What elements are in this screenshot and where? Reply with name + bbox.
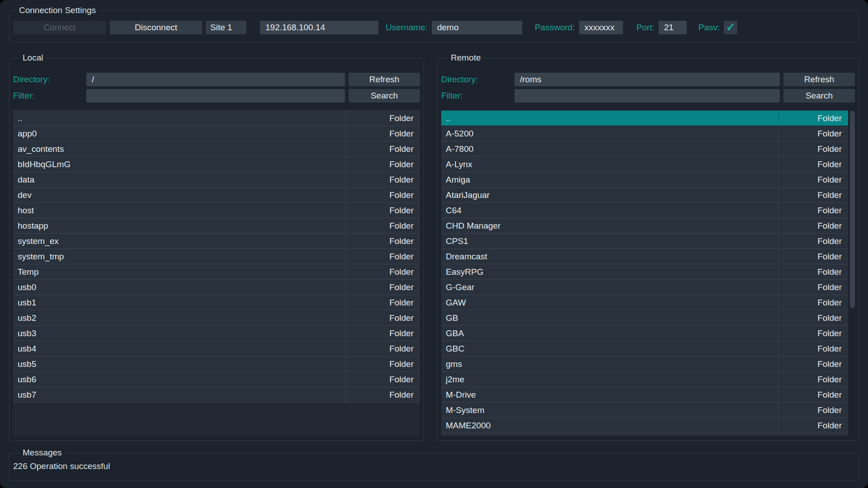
local-file-row[interactable]: app0 Folder — [13, 126, 420, 141]
local-directory-input[interactable]: / — [86, 73, 345, 86]
file-type: Folder — [346, 264, 420, 279]
file-name: dev — [13, 188, 346, 202]
remote-file-row[interactable]: CPS1 Folder — [441, 234, 848, 249]
file-type: Folder — [778, 234, 848, 249]
remote-file-row[interactable]: M-System Folder — [441, 403, 848, 418]
local-file-row[interactable]: av_contents Folder — [13, 141, 420, 157]
remote-file-row[interactable]: j2me Folder — [441, 372, 848, 387]
file-type: Folder — [346, 326, 420, 341]
password-input[interactable]: xxxxxxx — [579, 21, 623, 34]
remote-file-row[interactable]: M-Drive Folder — [441, 387, 848, 403]
file-type: Folder — [346, 249, 420, 264]
file-name: G-Gear — [441, 280, 778, 295]
local-file-row[interactable]: bIdHbqGLmG Folder — [13, 157, 420, 172]
remote-file-row[interactable]: EasyRPG Folder — [441, 264, 848, 280]
local-file-row[interactable]: usb7 Folder — [13, 387, 420, 403]
remote-file-row[interactable]: Dreamcast Folder — [441, 249, 848, 264]
port-input[interactable]: 21 — [659, 21, 687, 34]
file-type: Folder — [778, 310, 848, 325]
file-panels: Local Directory: / Refresh Filter: Searc… — [9, 53, 859, 441]
local-file-row[interactable]: usb1 Folder — [13, 295, 420, 310]
local-file-row[interactable]: system_ex Folder — [13, 234, 420, 249]
remote-refresh-button[interactable]: Refresh — [783, 73, 855, 86]
check-icon: ✓ — [726, 21, 736, 33]
file-type: Folder — [346, 172, 420, 187]
remote-file-row[interactable]: Amiga Folder — [441, 172, 848, 188]
remote-file-row[interactable]: .. Folder — [441, 111, 848, 126]
local-file-row[interactable]: usb6 Folder — [13, 372, 420, 387]
file-name: .. — [441, 111, 778, 126]
disconnect-button[interactable]: Disconnect — [110, 21, 202, 34]
remote-file-row[interactable]: C64 Folder — [441, 203, 848, 218]
remote-file-row[interactable]: GBA Folder — [441, 326, 848, 341]
local-directory-label: Directory: — [13, 73, 86, 86]
remote-file-row[interactable]: A-5200 Folder — [441, 126, 848, 141]
file-name: A-Lynx — [441, 157, 778, 172]
messages-title: Messages — [19, 448, 65, 458]
file-type: Folder — [778, 280, 848, 295]
local-filter-row: Filter: Search — [13, 89, 420, 103]
local-file-row[interactable]: hostapp Folder — [13, 218, 420, 234]
username-input[interactable]: demo — [432, 21, 522, 34]
site-selector[interactable]: Site 1 — [206, 21, 246, 34]
file-type: Folder — [778, 141, 848, 156]
local-panel-title: Local — [19, 53, 46, 63]
file-type: Folder — [778, 157, 848, 172]
remote-file-row[interactable]: MAME2000 Folder — [441, 418, 848, 433]
file-type: Folder — [346, 372, 420, 387]
remote-file-row[interactable]: GBC Folder — [441, 341, 848, 357]
remote-file-row[interactable]: GAW Folder — [441, 295, 848, 310]
remote-filter-label: Filter: — [441, 89, 514, 103]
local-file-row[interactable]: system_tmp Folder — [13, 249, 420, 264]
file-name: EasyRPG — [441, 264, 778, 279]
local-file-row[interactable]: Temp Folder — [13, 264, 420, 280]
local-file-list: .. Folder app0 Folder av_contents Folder… — [13, 110, 420, 436]
file-name: AtariJaguar — [441, 188, 778, 202]
file-name: system_tmp — [13, 249, 346, 264]
local-file-row[interactable]: .. Folder — [13, 111, 420, 126]
connect-button[interactable]: Connect — [13, 21, 106, 34]
remote-list-scrollbar — [850, 110, 855, 437]
remote-search-button[interactable]: Search — [783, 89, 855, 103]
remote-file-row[interactable]: G-Gear Folder — [441, 280, 848, 295]
remote-directory-input[interactable]: /roms — [514, 73, 780, 86]
port-label: Port: — [637, 21, 655, 34]
remote-file-row[interactable]: A-Lynx Folder — [441, 157, 848, 172]
file-name: C64 — [441, 203, 778, 218]
file-type: Folder — [778, 418, 848, 433]
file-type: Folder — [346, 310, 420, 325]
remote-file-row[interactable]: A-7800 Folder — [441, 141, 848, 157]
remote-filter-input[interactable] — [514, 89, 780, 103]
remote-file-row[interactable]: gms Folder — [441, 357, 848, 372]
file-name: M-System — [441, 403, 778, 418]
file-type: Folder — [778, 372, 848, 387]
file-name: usb6 — [13, 372, 346, 387]
file-name: A-5200 — [441, 126, 778, 141]
local-file-row[interactable]: host Folder — [13, 203, 420, 218]
local-file-row[interactable]: usb3 Folder — [13, 326, 420, 341]
local-file-row[interactable]: usb0 Folder — [13, 280, 420, 295]
remote-file-row[interactable]: AtariJaguar Folder — [441, 188, 848, 203]
file-type: Folder — [346, 111, 420, 126]
remote-file-row[interactable]: GB Folder — [441, 310, 848, 326]
file-name: av_contents — [13, 141, 346, 156]
local-file-row[interactable]: data Folder — [13, 172, 420, 188]
local-refresh-button[interactable]: Refresh — [349, 73, 420, 86]
scrollbar-thumb[interactable] — [850, 111, 855, 308]
password-label: Password: — [535, 21, 575, 34]
local-file-row[interactable]: dev Folder — [13, 188, 420, 203]
server-address-input[interactable]: 192.168.100.14 — [260, 21, 378, 34]
file-type: Folder — [346, 141, 420, 156]
pasv-checkbox[interactable]: ✓ — [724, 21, 737, 34]
file-type: Folder — [778, 249, 848, 264]
local-search-button[interactable]: Search — [349, 89, 420, 103]
file-type: Folder — [778, 172, 848, 187]
local-file-row[interactable]: usb4 Folder — [13, 341, 420, 357]
local-filter-input[interactable] — [86, 89, 345, 103]
local-file-row[interactable]: usb2 Folder — [13, 310, 420, 326]
remote-file-row[interactable]: CHD Manager Folder — [441, 218, 848, 234]
connection-settings-group: Connection Settings Connect Disconnect S… — [9, 5, 859, 42]
file-type: Folder — [778, 264, 848, 279]
file-name: host — [13, 203, 346, 218]
local-file-row[interactable]: usb5 Folder — [13, 357, 420, 372]
